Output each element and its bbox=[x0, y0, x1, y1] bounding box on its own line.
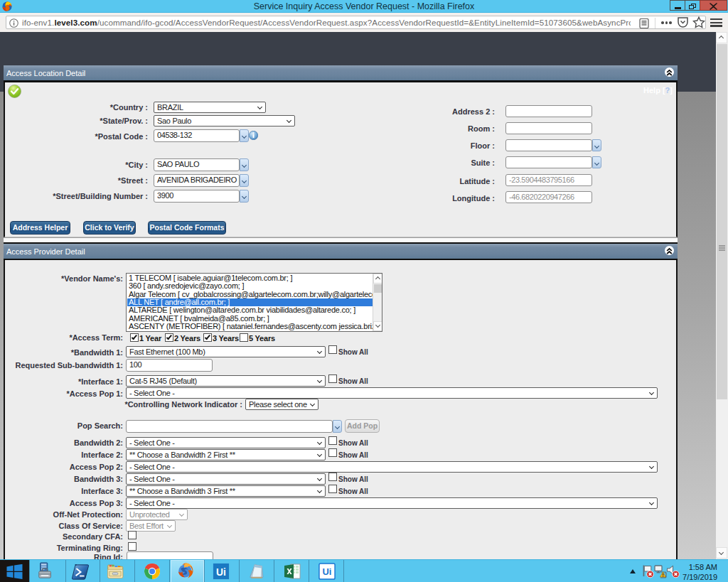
svg-text:Ui: Ui bbox=[323, 566, 332, 577]
svg-text:Ui: Ui bbox=[216, 566, 226, 578]
